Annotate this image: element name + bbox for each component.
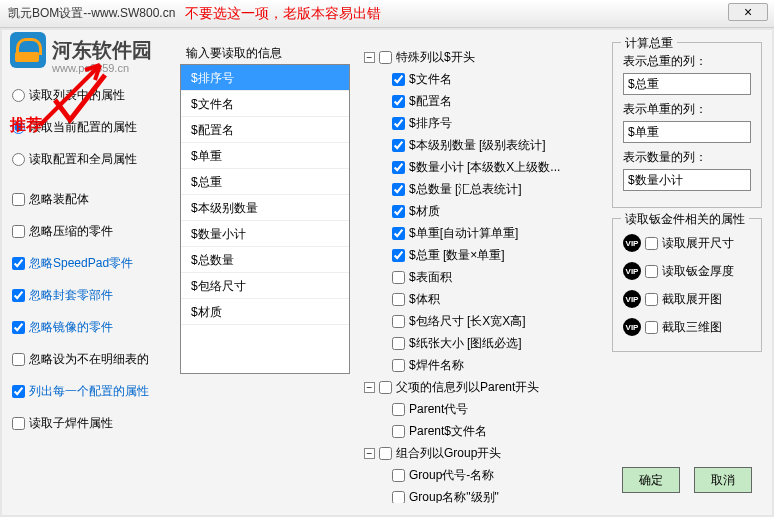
group-title: 计算总重 xyxy=(621,35,677,52)
tree-toggle-icon[interactable]: − xyxy=(364,448,375,459)
vip-option[interactable]: VIP读取钣金厚度 xyxy=(623,257,751,285)
watermark-name: 河东软件园 xyxy=(52,37,152,64)
unit-weight-label: 表示单重的列： xyxy=(623,101,751,118)
check-ignore-speedpad[interactable]: 忽略SpeedPad零件 xyxy=(12,248,172,278)
recommend-label: 推荐 xyxy=(10,115,42,136)
qty-label: 表示数量的列： xyxy=(623,149,751,166)
field-listbox[interactable]: $排序号 $文件名 $配置名 $单重 $总重 $本级别数量 $数量小计 $总数量… xyxy=(180,64,350,374)
vip-option[interactable]: VIP截取展开图 xyxy=(623,285,751,313)
logo-icon xyxy=(10,32,46,68)
check-ignore-envelope[interactable]: 忽略封套零部件 xyxy=(12,280,172,310)
tree-toggle-icon[interactable]: − xyxy=(364,52,375,63)
ok-button[interactable]: 确定 xyxy=(622,467,680,493)
list-item[interactable]: $单重 xyxy=(181,143,349,169)
list-item[interactable]: $总数量 xyxy=(181,247,349,273)
list-item[interactable]: $总重 xyxy=(181,169,349,195)
tree-toggle-icon[interactable]: − xyxy=(364,382,375,393)
vip-icon: VIP xyxy=(623,290,641,308)
vip-option[interactable]: VIP读取展开尺寸 xyxy=(623,229,751,257)
radio-read-global[interactable]: 读取配置和全局属性 xyxy=(12,144,172,174)
sheetmetal-group: 读取钣金件相关的属性 VIP读取展开尺寸 VIP读取钣金厚度 VIP截取展开图 … xyxy=(612,218,762,352)
list-item[interactable]: $包络尺寸 xyxy=(181,273,349,299)
check-ignore-suppressed[interactable]: 忽略压缩的零件 xyxy=(12,216,172,246)
column-tree[interactable]: −特殊列以$开头 $文件名 $配置名 $排序号 $本级别数量 [级别表统计] $… xyxy=(364,42,600,503)
list-item[interactable]: $文件名 xyxy=(181,91,349,117)
list-header: 输入要读取的信息 xyxy=(180,42,350,64)
radio-read-list[interactable]: 读取列表中的属性 xyxy=(12,80,172,110)
list-item[interactable]: $排序号 xyxy=(181,65,349,91)
list-item[interactable]: $材质 xyxy=(181,299,349,325)
check-ignore-assembly[interactable]: 忽略装配体 xyxy=(12,184,172,214)
check-list-all-config[interactable]: 列出每一个配置的属性 xyxy=(12,376,172,406)
unit-weight-input[interactable] xyxy=(623,121,751,143)
list-item[interactable]: $数量小计 xyxy=(181,221,349,247)
group-title: 读取钣金件相关的属性 xyxy=(621,211,749,228)
calc-weight-group: 计算总重 表示总重的列： 表示单重的列： 表示数量的列： xyxy=(612,42,762,208)
list-item[interactable]: $本级别数量 xyxy=(181,195,349,221)
warning-text: 不要选这一项，老版本容易出错 xyxy=(185,5,381,23)
check-ignore-mirror[interactable]: 忽略镜像的零件 xyxy=(12,312,172,342)
close-button[interactable]: × xyxy=(728,3,768,21)
titlebar: 凯元BOM设置--www.SW800.cn 不要选这一项，老版本容易出错 × xyxy=(0,0,774,28)
vip-icon: VIP xyxy=(623,234,641,252)
watermark-url: www.pc0359.cn xyxy=(52,62,129,74)
qty-input[interactable] xyxy=(623,169,751,191)
cancel-button[interactable]: 取消 xyxy=(694,467,752,493)
check-read-weldment[interactable]: 读取子焊件属性 xyxy=(12,408,172,438)
window-title: 凯元BOM设置--www.SW800.cn xyxy=(8,5,175,22)
options-column: 读取列表中的属性 读取当前配置的属性 读取配置和全局属性 忽略装配体 忽略压缩的… xyxy=(12,42,172,503)
vip-option[interactable]: VIP截取三维图 xyxy=(623,313,751,341)
total-weight-input[interactable] xyxy=(623,73,751,95)
check-ignore-excluded[interactable]: 忽略设为不在明细表的 xyxy=(12,344,172,374)
vip-icon: VIP xyxy=(623,262,641,280)
input-list-column: 输入要读取的信息 $排序号 $文件名 $配置名 $单重 $总重 $本级别数量 $… xyxy=(180,42,350,503)
vip-icon: VIP xyxy=(623,318,641,336)
list-item[interactable]: $配置名 xyxy=(181,117,349,143)
watermark: 河东软件园 www.pc0359.cn xyxy=(10,32,152,68)
total-weight-label: 表示总重的列： xyxy=(623,53,751,70)
